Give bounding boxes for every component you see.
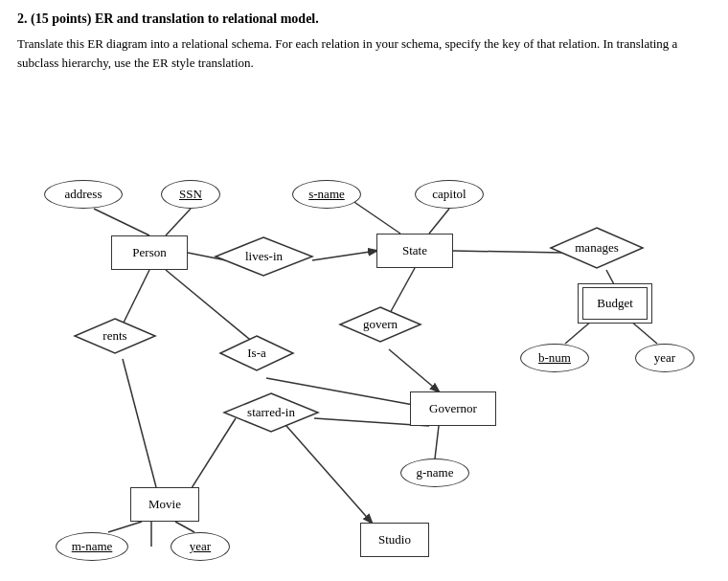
- svg-line-7: [389, 349, 439, 391]
- svg-line-9: [453, 251, 563, 253]
- header-section: 2. (15 points) ER and translation to rel…: [17, 11, 711, 72]
- relationship-starred: starred-in: [222, 391, 320, 434]
- relationship-livesin: lives-in: [214, 235, 314, 278]
- svg-line-5: [429, 209, 449, 234]
- svg-line-20: [108, 522, 142, 532]
- relationship-manages: manages: [549, 226, 645, 270]
- attribute-gname: g-name: [400, 458, 469, 487]
- entity-budget: Budget: [582, 287, 648, 320]
- question-description: Translate this ER diagram into a relatio…: [17, 34, 711, 72]
- entity-movie: Movie: [130, 487, 199, 522]
- relationship-isa: Is-a: [218, 334, 295, 372]
- attribute-address: address: [44, 180, 123, 209]
- svg-line-12: [630, 321, 657, 344]
- svg-line-3: [312, 251, 376, 260]
- relationship-govern: govern: [338, 305, 422, 344]
- svg-line-14: [123, 359, 156, 487]
- svg-line-0: [94, 209, 149, 235]
- entity-governor: Governor: [410, 391, 496, 426]
- attribute-mname: m-name: [56, 532, 128, 561]
- entity-studio: Studio: [360, 523, 429, 557]
- svg-line-8: [435, 426, 439, 458]
- svg-line-1: [166, 209, 191, 235]
- entity-person: Person: [111, 235, 188, 270]
- relationship-rents: rents: [73, 317, 157, 355]
- svg-line-11: [565, 321, 592, 344]
- attribute-bnum: b-num: [520, 344, 589, 372]
- svg-line-15: [166, 270, 255, 344]
- svg-line-18: [280, 418, 372, 523]
- attribute-ssn: SSN: [161, 180, 220, 209]
- svg-line-21: [175, 522, 194, 532]
- question-title: 2. (15 points) ER and translation to rel…: [17, 11, 711, 27]
- er-diagram: address SSN s-name capitol b-num year g-…: [17, 87, 711, 547]
- attribute-year2: year: [635, 344, 694, 372]
- attribute-sname: s-name: [292, 180, 361, 209]
- entity-state: State: [376, 234, 453, 268]
- attribute-year: year: [171, 532, 230, 561]
- attribute-capitol: capitol: [415, 180, 484, 209]
